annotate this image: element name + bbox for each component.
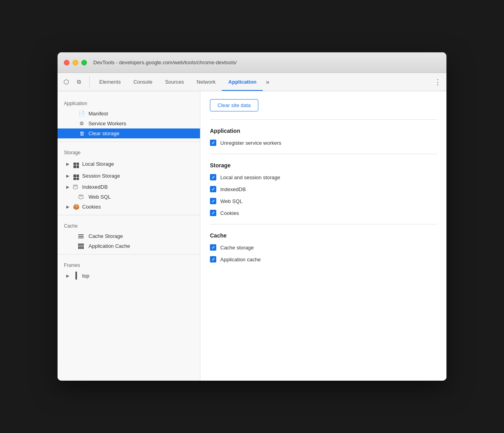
web-sql-label: Web SQL [88, 194, 194, 200]
cache-section-label: Cache [58, 218, 200, 231]
sidebar-item-app-cache[interactable]: Application Cache [58, 241, 200, 251]
doc-icon: 📄 [78, 111, 85, 117]
tabs: Elements Console Sources Network Applica… [93, 73, 432, 91]
divider-2 [58, 215, 200, 215]
sidebar-item-top-frame[interactable]: ▶ top [58, 270, 200, 281]
websql-icon [78, 194, 85, 200]
traffic-lights [64, 60, 87, 65]
app-cache-icon [78, 243, 85, 249]
indexeddb-checkbox-label: IndexedDB [220, 186, 246, 192]
cache-spacer [70, 234, 75, 239]
sidebar-item-indexeddb[interactable]: ▶ IndexedDB [58, 182, 200, 192]
clear-site-data-button[interactable]: Clear site data [210, 99, 258, 111]
application-section-label: Application [58, 96, 200, 109]
devtools-window: DevTools - developers.google.com/web/too… [58, 52, 446, 381]
minimize-button[interactable] [73, 60, 78, 65]
indexeddb-checkbox[interactable]: ✓ [210, 186, 216, 192]
manifest-label: Manifest [88, 111, 194, 117]
idb-arrow-icon: ▶ [65, 185, 70, 190]
cookies-icon: 🍪 [73, 204, 80, 210]
gear-icon: ⚙ [78, 121, 85, 126]
panel-divider-1 [210, 119, 437, 120]
panel-storage-title: Storage [210, 162, 437, 169]
maximize-button[interactable] [81, 60, 87, 65]
sidebar: Application 📄 Manifest ⚙ Service Workers… [58, 91, 200, 381]
tab-console[interactable]: Console [127, 73, 159, 91]
checkbox-indexeddb: ✓ IndexedDB [210, 186, 437, 192]
frames-section-label: Frames [58, 258, 200, 270]
app-cache-label: Application Cache [88, 243, 194, 249]
sidebar-item-manifest[interactable]: 📄 Manifest [58, 109, 200, 119]
toolbar-icons: ⬡ ⧉ [61, 77, 90, 88]
divider-3 [58, 254, 200, 255]
sidebar-item-local-storage[interactable]: ▶ Local Storage [58, 158, 200, 170]
checkmark-icon: ✓ [212, 257, 215, 262]
checkmark-icon: ✓ [212, 245, 215, 250]
checkbox-unregister-sw: ✓ Unregister service workers [210, 140, 437, 146]
checkbox-app-cache: ✓ Application cache [210, 256, 437, 262]
cookies-label: Cookies [82, 204, 194, 210]
web-sql-checkbox-label: Web SQL [220, 198, 242, 204]
cursor-icon-button[interactable]: ⬡ [61, 77, 72, 88]
indexeddb-cylinder-icon [73, 184, 80, 190]
cursor-icon: ⬡ [63, 78, 69, 86]
sidebar-item-cookies[interactable]: ▶ 🍪 Cookies [58, 202, 200, 212]
local-session-storage-checkbox[interactable]: ✓ [210, 174, 216, 180]
cookies-arrow-icon: ▶ [65, 205, 70, 209]
sidebar-item-session-storage[interactable]: ▶ Session Storage [58, 170, 200, 182]
tab-elements[interactable]: Elements [93, 73, 127, 91]
session-storage-grid-icon [73, 172, 80, 180]
window-title: DevTools - developers.google.com/web/too… [93, 59, 237, 65]
clear-storage-label: Clear storage [88, 130, 194, 136]
top-arrow-icon: ▶ [65, 273, 70, 278]
ss-arrow-icon: ▶ [65, 174, 70, 178]
tab-application[interactable]: Application [222, 73, 263, 91]
app-cache-checkbox[interactable]: ✓ [210, 256, 216, 262]
storage-section-label: Storage [58, 145, 200, 158]
appcache-spacer [70, 244, 75, 249]
checkbox-web-sql: ✓ Web SQL [210, 198, 437, 204]
tab-more-button[interactable]: » [263, 73, 273, 91]
session-storage-label: Session Storage [82, 173, 194, 179]
manifest-spacer [70, 111, 75, 116]
app-cache-checkbox-label: Application cache [220, 257, 261, 262]
sidebar-item-clear-storage[interactable]: 🗑 Clear storage [58, 128, 200, 138]
cookies-checkbox[interactable]: ✓ [210, 210, 216, 216]
tab-network[interactable]: Network [190, 73, 222, 91]
cache-storage-checkbox-label: Cache storage [220, 245, 254, 251]
top-frame-label: top [82, 273, 194, 279]
toolbar: ⬡ ⧉ Elements Console Sources Network App… [58, 73, 446, 91]
trash-icon: 🗑 [78, 130, 85, 136]
main-content: Application 📄 Manifest ⚙ Service Workers… [58, 91, 446, 381]
panel-application-title: Application [210, 128, 437, 134]
inspect-icon-button[interactable]: ⧉ [73, 77, 85, 88]
sidebar-item-web-sql[interactable]: Web SQL [58, 192, 200, 202]
unregister-sw-checkbox[interactable]: ✓ [210, 140, 216, 146]
ls-arrow-icon: ▶ [65, 161, 70, 166]
cache-storage-checkbox[interactable]: ✓ [210, 244, 216, 251]
sidebar-item-service-workers[interactable]: ⚙ Service Workers [58, 119, 200, 128]
checkmark-icon: ✓ [212, 175, 215, 180]
frame-icon [73, 272, 80, 279]
checkmark-icon: ✓ [212, 140, 215, 146]
cache-storage-label: Cache Storage [88, 233, 194, 239]
inspect-icon: ⧉ [77, 79, 81, 85]
panel-divider-3 [210, 224, 437, 224]
sw-spacer [70, 121, 75, 126]
checkbox-cookies: ✓ Cookies [210, 210, 437, 216]
local-storage-label: Local Storage [82, 161, 194, 167]
menu-dots-button[interactable]: ⋮ [432, 77, 443, 88]
web-sql-checkbox[interactable]: ✓ [210, 198, 216, 204]
cs-spacer [70, 131, 75, 136]
close-button[interactable] [64, 60, 69, 65]
tab-sources[interactable]: Sources [159, 73, 190, 91]
cache-storage-icon [78, 234, 85, 239]
checkbox-cache-storage: ✓ Cache storage [210, 244, 437, 251]
sidebar-item-cache-storage[interactable]: Cache Storage [58, 231, 200, 241]
service-workers-label: Service Workers [88, 121, 194, 126]
checkbox-local-session-storage: ✓ Local and session storage [210, 174, 437, 180]
toolbar-right: ⋮ [432, 77, 443, 88]
panel-cache-title: Cache [210, 232, 437, 239]
wsql-spacer [70, 195, 75, 199]
local-session-storage-label: Local and session storage [220, 174, 280, 180]
